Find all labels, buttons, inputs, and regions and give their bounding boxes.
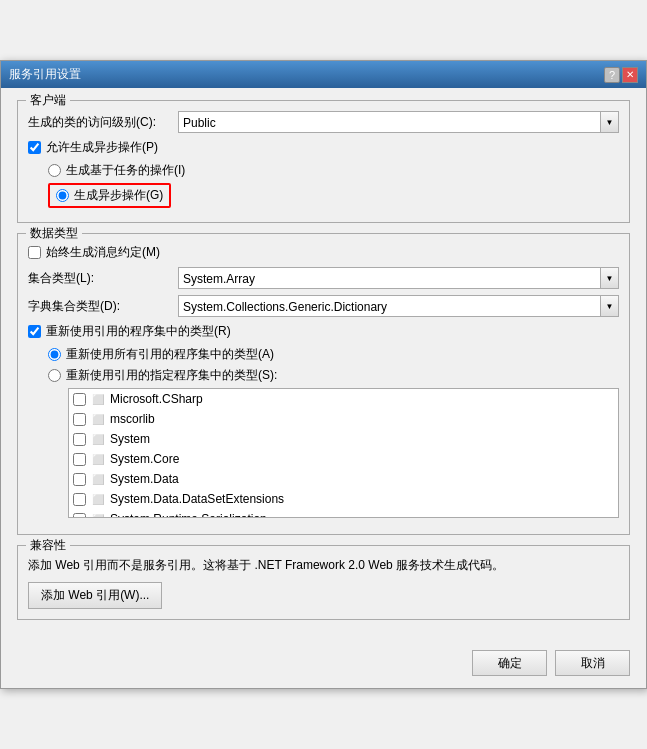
compat-group-title: 兼容性 (26, 537, 70, 554)
always-generate-label: 始终生成消息约定(M) (46, 244, 160, 261)
assembly-checkbox[interactable] (73, 473, 86, 486)
access-level-label: 生成的类的访问级别(C): (28, 114, 178, 131)
allow-async-checkbox[interactable] (28, 141, 41, 154)
assembly-name: System.Data (110, 472, 179, 486)
compat-content: 添加 Web 引用而不是服务引用。这将基于 .NET Framework 2.0… (28, 556, 619, 609)
async-ops-highlighted: 生成异步操作(G) (48, 183, 171, 208)
dialog-content: 客户端 生成的类的访问级别(C): Public ▼ 允许生成异步操作(P) (1, 88, 646, 642)
titlebar: 服务引用设置 ? ✕ (1, 61, 646, 88)
list-item[interactable]: ⬜ System (69, 429, 618, 449)
dict-collection-label: 字典集合类型(D): (28, 298, 178, 315)
task-based-row: 生成基于任务的操作(I) (48, 162, 619, 179)
client-group: 客户端 生成的类的访问级别(C): Public ▼ 允许生成异步操作(P) (17, 100, 630, 223)
assembly-checkbox[interactable] (73, 493, 86, 506)
client-group-title: 客户端 (26, 92, 70, 109)
async-radio-group: 生成基于任务的操作(I) 生成异步操作(G) (48, 162, 619, 208)
cancel-button[interactable]: 取消 (555, 650, 630, 676)
assembly-icon: ⬜ (90, 471, 106, 487)
assembly-icon: ⬜ (90, 391, 106, 407)
close-button[interactable]: ✕ (622, 67, 638, 83)
reuse-all-row: 重新使用所有引用的程序集中的类型(A) (48, 346, 619, 363)
list-item[interactable]: ⬜ System.Runtime.Serialization (69, 509, 618, 518)
data-types-title: 数据类型 (26, 225, 82, 242)
reuse-types-row: 重新使用引用的程序集中的类型(R) (28, 323, 619, 340)
list-item[interactable]: ⬜ System.Data (69, 469, 618, 489)
titlebar-buttons: ? ✕ (604, 67, 638, 83)
access-level-select[interactable]: Public ▼ (178, 111, 619, 133)
assembly-list-items: ⬜ Microsoft.CSharp ⬜ mscorlib ⬜ System ⬜… (69, 389, 618, 518)
assembly-icon: ⬜ (90, 411, 106, 427)
access-level-value: Public (179, 112, 600, 132)
always-generate-checkbox[interactable] (28, 246, 41, 259)
reuse-all-label: 重新使用所有引用的程序集中的类型(A) (66, 346, 274, 363)
reuse-types-label: 重新使用引用的程序集中的类型(R) (46, 323, 231, 340)
assembly-name: Microsoft.CSharp (110, 392, 203, 406)
assembly-name: System (110, 432, 150, 446)
access-level-dropdown-arrow[interactable]: ▼ (600, 112, 618, 132)
ok-button[interactable]: 确定 (472, 650, 547, 676)
collection-type-label: 集合类型(L): (28, 270, 178, 287)
dict-collection-arrow[interactable]: ▼ (600, 296, 618, 316)
compat-group: 兼容性 添加 Web 引用而不是服务引用。这将基于 .NET Framework… (17, 545, 630, 620)
reuse-specific-row: 重新使用引用的指定程序集中的类型(S): (48, 367, 619, 384)
collection-type-arrow[interactable]: ▼ (600, 268, 618, 288)
data-types-group: 数据类型 始终生成消息约定(M) 集合类型(L): System.Array ▼ (17, 233, 630, 535)
add-web-ref-button[interactable]: 添加 Web 引用(W)... (28, 582, 162, 609)
access-level-row: 生成的类的访问级别(C): Public ▼ (28, 111, 619, 133)
list-item[interactable]: ⬜ Microsoft.CSharp (69, 389, 618, 409)
list-item[interactable]: ⬜ System.Core (69, 449, 618, 469)
assembly-checkbox[interactable] (73, 433, 86, 446)
data-types-content: 始终生成消息约定(M) 集合类型(L): System.Array ▼ 字典集合… (28, 244, 619, 518)
assembly-name: System.Data.DataSetExtensions (110, 492, 284, 506)
assembly-name: System.Runtime.Serialization (110, 512, 267, 518)
assembly-icon: ⬜ (90, 451, 106, 467)
service-reference-dialog: 服务引用设置 ? ✕ 客户端 生成的类的访问级别(C): Public ▼ (0, 60, 647, 689)
assembly-name: mscorlib (110, 412, 155, 426)
allow-async-row: 允许生成异步操作(P) (28, 139, 619, 156)
assembly-icon: ⬜ (90, 511, 106, 518)
collection-type-row: 集合类型(L): System.Array ▼ (28, 267, 619, 289)
reuse-all-radio[interactable] (48, 348, 61, 361)
client-group-content: 生成的类的访问级别(C): Public ▼ 允许生成异步操作(P) 生成基于任… (28, 111, 619, 208)
assembly-checkbox[interactable] (73, 453, 86, 466)
reuse-specific-radio[interactable] (48, 369, 61, 382)
async-ops-radio[interactable] (56, 189, 69, 202)
reuse-types-checkbox[interactable] (28, 325, 41, 338)
task-based-radio[interactable] (48, 164, 61, 177)
list-item[interactable]: ⬜ System.Data.DataSetExtensions (69, 489, 618, 509)
assembly-listbox[interactable]: ⬜ Microsoft.CSharp ⬜ mscorlib ⬜ System ⬜… (68, 388, 619, 518)
collection-type-select[interactable]: System.Array ▼ (178, 267, 619, 289)
dialog-title: 服务引用设置 (9, 66, 81, 83)
dict-collection-select[interactable]: System.Collections.Generic.Dictionary ▼ (178, 295, 619, 317)
assembly-icon: ⬜ (90, 491, 106, 507)
async-ops-row: 生成异步操作(G) (48, 183, 619, 208)
assembly-checkbox[interactable] (73, 413, 86, 426)
collection-type-value: System.Array (179, 268, 600, 288)
allow-async-label: 允许生成异步操作(P) (46, 139, 158, 156)
assembly-checkbox[interactable] (73, 393, 86, 406)
always-generate-row: 始终生成消息约定(M) (28, 244, 619, 261)
assembly-icon: ⬜ (90, 431, 106, 447)
list-item[interactable]: ⬜ mscorlib (69, 409, 618, 429)
async-ops-label: 生成异步操作(G) (74, 187, 163, 204)
dict-collection-value: System.Collections.Generic.Dictionary (179, 296, 600, 316)
dict-collection-row: 字典集合类型(D): System.Collections.Generic.Di… (28, 295, 619, 317)
help-button[interactable]: ? (604, 67, 620, 83)
assembly-checkbox[interactable] (73, 513, 86, 519)
assembly-name: System.Core (110, 452, 179, 466)
reuse-specific-label: 重新使用引用的指定程序集中的类型(S): (66, 367, 277, 384)
compat-description: 添加 Web 引用而不是服务引用。这将基于 .NET Framework 2.0… (28, 556, 619, 574)
task-based-label: 生成基于任务的操作(I) (66, 162, 185, 179)
reuse-radio-group: 重新使用所有引用的程序集中的类型(A) 重新使用引用的指定程序集中的类型(S):… (48, 346, 619, 518)
footer-buttons: 确定 取消 (1, 642, 646, 688)
